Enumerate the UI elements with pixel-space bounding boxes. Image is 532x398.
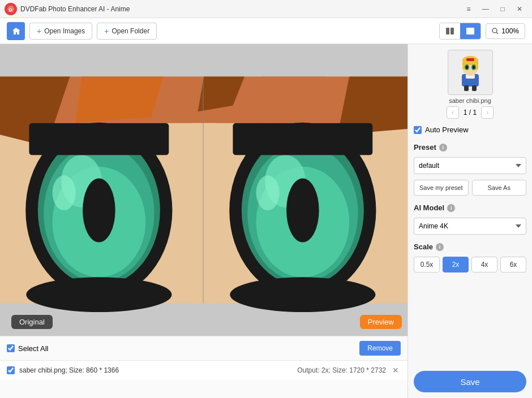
scale-section-label: Scale i [414, 243, 526, 251]
preset-info-icon[interactable]: i [439, 144, 447, 152]
file-checkbox[interactable] [7, 366, 15, 374]
page-indicator: 1 / 1 [464, 109, 477, 116]
thumbnail-box [448, 50, 493, 95]
app-title: DVDFab Photo Enhancer AI - Anime [20, 5, 130, 13]
context-menu-button[interactable]: ≡ [461, 3, 477, 15]
canvas-area: Original Preview Select All Remove saber… [0, 44, 407, 398]
svg-point-20 [83, 178, 115, 242]
select-all-label: Select All [18, 344, 48, 353]
split-view-button[interactable] [440, 23, 460, 39]
remove-button[interactable]: Remove [359, 341, 401, 356]
view-toggle [439, 23, 481, 40]
file-list: Select All Remove saber chibi.png; Size:… [0, 336, 407, 398]
svg-point-31 [230, 277, 375, 312]
svg-point-28 [256, 175, 280, 210]
thumbnail-filename: saber chibi.png [449, 97, 491, 104]
scale-0-5x-button[interactable]: 0.5x [414, 257, 440, 272]
save-button[interactable]: Save [414, 371, 526, 392]
save-my-preset-button[interactable]: Save my preset [414, 180, 469, 196]
main-layout: Original Preview Select All Remove saber… [0, 44, 532, 398]
prev-image-button[interactable]: ‹ [447, 106, 459, 119]
thumbnail-nav: ‹ 1 / 1 › [447, 106, 494, 119]
zoom-value: 100% [501, 27, 519, 35]
save-as-button[interactable]: Save As [472, 180, 527, 196]
svg-rect-32 [192, 123, 215, 304]
svg-rect-40 [466, 58, 474, 61]
svg-rect-46 [472, 85, 477, 91]
ai-model-section-label: AI Model i [414, 204, 526, 212]
titlebar-left: D DVDFab Photo Enhancer AI - Anime [5, 3, 130, 15]
thumbnail-area: saber chibi.png ‹ 1 / 1 › [414, 50, 526, 119]
auto-preview-row: Auto Preview [414, 124, 526, 135]
home-button[interactable] [7, 22, 25, 40]
titlebar: D DVDFab Photo Enhancer AI - Anime ≡ — □… [0, 0, 532, 18]
svg-point-19 [53, 175, 76, 210]
minimize-button[interactable]: — [478, 3, 494, 15]
close-button[interactable]: ✕ [512, 3, 527, 15]
image-container[interactable]: Original Preview [0, 44, 407, 336]
open-folder-button[interactable]: + Open Folder [97, 23, 157, 40]
svg-rect-30 [233, 123, 372, 155]
open-folder-label: Open Folder [111, 27, 149, 35]
plus-icon: + [37, 27, 41, 36]
preset-buttons: Save my preset Save As [414, 180, 526, 196]
auto-preview-label: Auto Preview [425, 126, 469, 134]
window-controls: ≡ — □ ✕ [461, 3, 527, 15]
svg-point-44 [473, 66, 475, 69]
open-images-label: Open Images [44, 27, 85, 35]
scale-4x-button[interactable]: 4x [471, 257, 497, 272]
file-entry: saber chibi.png; Size: 860 * 1366 Output… [0, 361, 407, 380]
scale-info-icon[interactable]: i [436, 243, 444, 251]
original-label: Original [11, 315, 53, 329]
svg-point-43 [466, 66, 468, 69]
svg-rect-2 [446, 28, 449, 34]
scale-6x-button[interactable]: 6x [500, 257, 526, 272]
preview-label: Preview [360, 315, 402, 329]
plus-icon-2: + [104, 27, 109, 36]
auto-preview-checkbox[interactable] [414, 126, 422, 134]
svg-point-29 [286, 178, 319, 242]
file-list-header: Select All Remove [0, 336, 407, 361]
file-output: Output: 2x; Size: 1720 * 2732 [297, 366, 386, 374]
svg-rect-4 [466, 28, 474, 34]
svg-point-22 [26, 277, 171, 312]
preset-section: Preset i [414, 141, 526, 152]
scale-2x-button[interactable]: 2x [443, 257, 469, 272]
thumbnail-image [451, 53, 490, 92]
ai-model-select[interactable]: Anime 4K [414, 218, 526, 235]
zoom-icon [492, 28, 499, 34]
file-info: saber chibi.png; Size: 860 * 1366 [19, 366, 293, 374]
open-images-button[interactable]: + Open Images [29, 23, 92, 40]
maximize-button[interactable]: □ [495, 3, 510, 15]
file-name: saber chibi.png [19, 366, 65, 374]
scale-section: Scale i [414, 240, 526, 251]
next-image-button[interactable]: › [481, 106, 494, 119]
svg-line-6 [496, 32, 498, 34]
preset-section-label: Preset i [414, 143, 526, 152]
toolbar: + Open Images + Open Folder 100% [0, 18, 532, 44]
svg-text:D: D [9, 7, 12, 12]
single-view-button[interactable] [460, 23, 480, 39]
svg-rect-21 [29, 123, 169, 155]
svg-rect-45 [464, 85, 469, 91]
select-all-checkbox[interactable] [7, 344, 15, 352]
scale-buttons: 0.5x 2x 4x 6x [414, 257, 526, 272]
ai-model-section: AI Model i [414, 201, 526, 212]
file-size: Size: 860 * 1366 [69, 366, 119, 374]
svg-point-5 [492, 28, 497, 33]
preset-select[interactable]: default [414, 157, 526, 174]
right-panel: saber chibi.png ‹ 1 / 1 › Auto Preview P… [407, 44, 532, 398]
svg-marker-10 [76, 76, 163, 123]
ai-model-info-icon[interactable]: i [447, 204, 455, 212]
svg-rect-3 [451, 28, 454, 34]
app-logo: D [5, 3, 17, 15]
remove-file-button[interactable]: ✕ [391, 365, 401, 375]
select-all-row: Select All [7, 344, 48, 353]
zoom-display: 100% [486, 23, 525, 39]
